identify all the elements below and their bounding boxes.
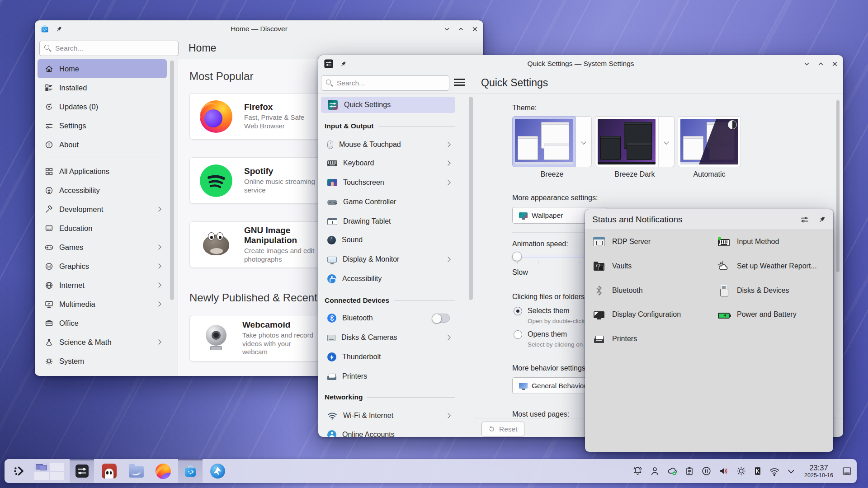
slider-handle[interactable]	[512, 252, 522, 261]
pin-icon[interactable]	[340, 61, 347, 67]
discover-search-input[interactable]	[39, 41, 179, 56]
cloud-sync-icon[interactable]	[667, 466, 678, 476]
media-pause-icon[interactable]	[701, 466, 712, 476]
sidebar-item-accessibility[interactable]: Accessibility	[321, 270, 455, 288]
sidebar-item-bluetooth[interactable]: Bluetooth	[321, 309, 455, 327]
theme-card-automatic[interactable]	[678, 116, 741, 167]
task-ghostwriter[interactable]	[97, 459, 121, 483]
sidebar-item-about[interactable]: About	[38, 135, 167, 154]
minimize-button[interactable]	[804, 61, 810, 67]
sidebar-item-updates[interactable]: Updates (0)	[38, 97, 167, 116]
pager-desktop-1[interactable]	[34, 463, 49, 471]
animation-speed-label: Animation speed:	[512, 240, 568, 248]
configure-icon[interactable]	[800, 215, 809, 224]
breeze-dark-variant-dropdown[interactable]	[658, 116, 675, 167]
sidebar-item-multimedia[interactable]: Multimedia	[38, 295, 167, 314]
section-header-input-output: Input & Output	[325, 121, 455, 131]
tray-item-disks-devices[interactable]: Disks & Devices	[717, 282, 789, 299]
show-desktop-button[interactable]	[842, 466, 852, 476]
sidebar-item-display-monitor[interactable]: Display & Monitor	[321, 250, 455, 268]
task-discover[interactable]	[178, 459, 203, 483]
discover-titlebar[interactable]: Home — Discover	[35, 20, 483, 38]
maximize-button[interactable]	[458, 26, 464, 32]
radio-label[interactable]: Selects them	[528, 307, 569, 315]
sidebar-item-all-applications[interactable]: All Applications	[38, 162, 167, 181]
radio-label[interactable]: Opens them	[528, 330, 567, 338]
sidebar-item-science-math[interactable]: Science & Math	[38, 333, 167, 352]
sidebar-item-disks-cameras[interactable]: Disks & Cameras	[321, 328, 455, 347]
app-launcher-button[interactable]	[9, 459, 29, 483]
sidebar-item-games[interactable]: Games	[38, 238, 167, 257]
content-scrollbar-thumb[interactable]	[836, 100, 840, 272]
sidebar-item-keyboard[interactable]: Keyboard	[321, 154, 455, 172]
sidebar-item-drawing-tablet[interactable]: Drawing Tablet	[321, 212, 455, 230]
tray-item-rdp-server[interactable]: RDP Server	[592, 234, 651, 250]
pager-desktop-2[interactable]	[50, 463, 64, 471]
theme-card-breeze[interactable]	[512, 116, 592, 167]
close-button[interactable]	[832, 61, 838, 67]
bluetooth-toggle[interactable]	[432, 314, 450, 323]
more-appearance-label: More appearance settings:	[512, 194, 598, 202]
sidebar-item-online-accounts[interactable]: Online Accounts	[321, 426, 455, 437]
pager-desktop-4[interactable]	[50, 472, 64, 480]
sidebar-item-system[interactable]: System	[38, 352, 167, 371]
tray-item-bluetooth[interactable]: Bluetooth	[592, 282, 643, 299]
settings-sidebar-scrollbar[interactable]	[469, 97, 473, 300]
task-konqueror[interactable]	[205, 459, 230, 483]
task-system-settings[interactable]	[70, 459, 94, 483]
close-button[interactable]	[472, 26, 478, 32]
pin-icon[interactable]	[818, 216, 826, 223]
sidebar-item-game-controller[interactable]: Game Controller	[321, 193, 455, 211]
task-firefox[interactable]	[151, 459, 175, 483]
virtual-desktop-pager[interactable]	[34, 463, 64, 480]
sidebar-item-education[interactable]: Education	[38, 219, 167, 238]
task-dolphin[interactable]	[124, 459, 148, 483]
wifi-icon[interactable]	[769, 466, 780, 476]
sidebar-item-graphics[interactable]: Graphics	[38, 257, 167, 276]
taskbar-panel: 23:37 2025-10-16	[5, 459, 857, 483]
reset-button[interactable]: Reset	[481, 422, 524, 436]
pin-icon[interactable]	[56, 26, 62, 33]
breeze-variant-dropdown[interactable]	[576, 116, 592, 167]
sidebar-item-development[interactable]: Development	[38, 200, 167, 219]
sidebar-item-accessibility[interactable]: Accessibility	[38, 181, 167, 200]
tray-item-power-battery[interactable]: Power and Battery	[717, 306, 797, 323]
display-configuration-icon	[592, 311, 606, 318]
sidebar-item-printers[interactable]: Printers	[321, 367, 455, 385]
user-switcher-icon[interactable]	[650, 466, 660, 476]
sidebar-item-touchscreen[interactable]: Touchscreen	[321, 174, 455, 192]
theme-card-breeze-dark[interactable]	[595, 116, 675, 167]
brightness-icon[interactable]	[736, 466, 746, 476]
volume-icon[interactable]	[718, 466, 729, 476]
settings-search-input[interactable]	[321, 75, 449, 91]
clipboard-icon[interactable]	[684, 466, 694, 476]
hamburger-menu-icon[interactable]	[454, 79, 465, 86]
pager-desktop-3[interactable]	[34, 472, 49, 480]
sidebar-item-sound[interactable]: Sound	[321, 231, 455, 249]
sidebar-scrollbar[interactable]	[170, 61, 174, 300]
radio-selects-them[interactable]	[514, 307, 522, 315]
kwallet-icon[interactable]	[753, 466, 762, 476]
sidebar-item-settings[interactable]: Settings	[38, 116, 167, 135]
minimize-button[interactable]	[444, 26, 450, 32]
maximize-button[interactable]	[818, 61, 824, 67]
sidebar-item-home[interactable]: Home	[38, 59, 167, 78]
tray-item-input-method[interactable]: Input Method	[717, 234, 779, 250]
settings-titlebar[interactable]: Quick Settings — System Settings	[318, 55, 843, 72]
notifications-bell-icon[interactable]	[632, 466, 643, 476]
clock-widget[interactable]: 23:37 2025-10-16	[804, 464, 833, 478]
radio-sublabel: Open by double-clicking	[528, 318, 593, 324]
tray-item-vaults[interactable]: Vaults	[592, 258, 632, 274]
radio-opens-them[interactable]	[514, 330, 522, 339]
sidebar-item-office[interactable]: Office	[38, 314, 167, 333]
tray-expand-chevron-icon[interactable]	[787, 467, 796, 476]
sidebar-item-installed[interactable]: Installed	[38, 78, 167, 97]
sidebar-item-quick-settings[interactable]: Quick Settings	[321, 97, 455, 113]
sidebar-item-mouse-touchpad[interactable]: Mouse & Touchpad	[321, 136, 455, 154]
tray-item-printers[interactable]: Printers	[592, 331, 637, 347]
sidebar-item-thunderbolt[interactable]: Thunderbolt	[321, 348, 455, 366]
sidebar-item-wifi-internet[interactable]: Wi-Fi & Internet	[321, 407, 455, 425]
tray-item-display-configuration[interactable]: Display Configuration	[592, 306, 681, 323]
sidebar-item-internet[interactable]: Internet	[38, 276, 167, 295]
tray-item-weather[interactable]: Set up Weather Report...	[717, 258, 817, 274]
